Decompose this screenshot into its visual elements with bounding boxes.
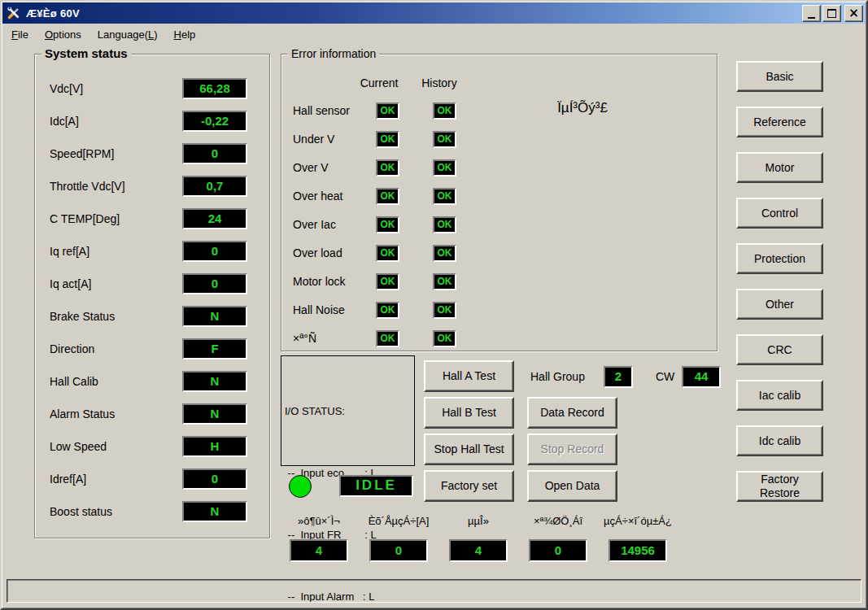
nav-button[interactable]: Reference bbox=[736, 107, 823, 137]
hall-group-label: Hall Group bbox=[530, 370, 585, 383]
hall-test-button[interactable]: Hall A Test bbox=[424, 360, 514, 392]
error-label: Over V bbox=[293, 161, 329, 174]
open-data-button[interactable]: Open Data bbox=[527, 470, 617, 502]
system-status-label: C TEMP[Deg] bbox=[50, 212, 182, 225]
system-status-row: Iq act[A] 0 bbox=[50, 273, 247, 294]
system-status-value-display: 0 bbox=[182, 468, 247, 490]
error-current-value: OK bbox=[376, 188, 399, 205]
system-status-row: Vdc[V] 66,28 bbox=[50, 78, 247, 99]
error-current-value: OK bbox=[376, 330, 399, 347]
system-status-value-display: 0,7 bbox=[182, 176, 247, 197]
system-status-value-display: N bbox=[182, 306, 247, 327]
hall-test-button[interactable]: Stop Hall Test bbox=[424, 434, 514, 465]
nav-button[interactable]: Idc calib bbox=[736, 425, 823, 456]
meter: Èõ´ÅµçÁ÷[A] 0 bbox=[359, 515, 438, 562]
error-row: Over V OK OK bbox=[293, 159, 480, 176]
stop-record-button: Stop Record bbox=[527, 434, 617, 465]
error-row: Hall Noise OK OK bbox=[293, 302, 480, 319]
error-current-value: OK bbox=[376, 273, 399, 290]
error-row: Over load OK OK bbox=[293, 245, 480, 262]
nav-buttons: Basic Reference Motor Control Protection… bbox=[736, 61, 823, 516]
error-history-value: OK bbox=[433, 245, 456, 262]
menu-item-text: elp bbox=[181, 28, 195, 41]
error-row: Over heat OK OK bbox=[293, 188, 480, 205]
system-status-label: Direction bbox=[50, 342, 182, 355]
meter: µµÎ» 4 bbox=[438, 515, 518, 562]
error-current-value: OK bbox=[376, 102, 399, 120]
error-information-groupbox: Error information Current History ÏµÍ³Õý… bbox=[281, 54, 718, 351]
system-status-value-display: N bbox=[182, 371, 247, 392]
system-status-label: Hall Calib bbox=[50, 375, 182, 388]
system-status-groupbox: System status Vdc[V] 66,28 Idc[A] -0,22 … bbox=[34, 54, 270, 538]
error-current-value: OK bbox=[376, 302, 399, 319]
menu-item[interactable]: File bbox=[7, 26, 36, 43]
error-information-title: Error information bbox=[288, 47, 379, 60]
error-row: ×ª°Ñ OK OK bbox=[293, 330, 480, 347]
error-label: Motor lock bbox=[293, 275, 346, 288]
cw-value-display: 44 bbox=[682, 366, 721, 388]
error-history-value: OK bbox=[433, 216, 456, 233]
nav-button[interactable]: Control bbox=[736, 198, 823, 229]
minimize-button[interactable] bbox=[802, 5, 821, 22]
nav-button[interactable]: Motor bbox=[736, 152, 823, 183]
system-status-row: Idc[A] -0,22 bbox=[50, 111, 247, 132]
maximize-button[interactable] bbox=[822, 5, 841, 22]
menu-item[interactable]: Language(L) bbox=[94, 26, 165, 43]
minimize-icon bbox=[808, 17, 815, 19]
error-label: Over heat bbox=[293, 190, 342, 203]
status-bar bbox=[7, 579, 861, 603]
hall-group-value-display: 2 bbox=[604, 366, 633, 388]
system-status-title: System status bbox=[41, 47, 131, 60]
error-history-value: OK bbox=[433, 330, 456, 347]
window-title: Æ¥Èø 60V bbox=[26, 7, 800, 20]
system-status-label: Idref[A] bbox=[50, 473, 182, 486]
error-history-value: OK bbox=[433, 188, 456, 205]
system-status-value-display: 0 bbox=[182, 143, 247, 164]
error-current-column-header: Current bbox=[350, 76, 408, 89]
error-current-value: OK bbox=[376, 216, 399, 233]
system-status-row: Speed[RPM] 0 bbox=[50, 143, 247, 164]
system-status-value-display: H bbox=[182, 436, 247, 457]
error-label: Over Iac bbox=[293, 218, 336, 231]
menu-item-text: ile bbox=[18, 28, 28, 41]
meter-value-display: 4 bbox=[290, 539, 348, 562]
system-status-label: Iq ref[A] bbox=[50, 245, 182, 258]
meter: ×ª¾ØÖ¸Áî 0 bbox=[518, 515, 598, 562]
error-row: Hall sensor OK OK bbox=[293, 102, 480, 120]
error-label: Hall Noise bbox=[293, 303, 345, 316]
menu-item[interactable]: Options bbox=[41, 26, 89, 43]
title-bar: Æ¥Èø 60V × bbox=[2, 2, 866, 24]
nav-button[interactable]: CRC bbox=[736, 334, 823, 365]
system-status-rows: Vdc[V] 66,28 Idc[A] -0,22 Speed[RPM] 0 T… bbox=[50, 78, 247, 534]
error-current-value: OK bbox=[376, 245, 399, 262]
menu-item-text: Language( bbox=[98, 28, 148, 41]
nav-button[interactable]: Basic bbox=[736, 61, 823, 92]
system-status-label: Vdc[V] bbox=[50, 82, 182, 95]
system-status-row: C TEMP[Deg] 24 bbox=[50, 208, 247, 229]
tools-icon[interactable] bbox=[7, 6, 21, 20]
data-record-button[interactable]: Data Record bbox=[527, 397, 617, 429]
error-history-value: OK bbox=[433, 131, 456, 148]
menu-item-accelerator: H bbox=[174, 28, 181, 41]
meter-label: Èõ´ÅµçÁ÷[A] bbox=[359, 515, 438, 527]
close-button[interactable]: × bbox=[844, 5, 863, 22]
nav-button[interactable]: Other bbox=[736, 289, 823, 320]
system-status-label: Idc[A] bbox=[50, 115, 182, 128]
error-current-value: OK bbox=[376, 159, 399, 176]
menu-item[interactable]: Help bbox=[170, 26, 203, 43]
error-label: Over load bbox=[293, 246, 342, 259]
nav-button[interactable]: Protection bbox=[736, 243, 823, 274]
menu-bar: File Options Language(L) Help bbox=[2, 24, 866, 45]
nav-button[interactable]: Iac calib bbox=[736, 380, 823, 411]
hall-test-button[interactable]: Factory set bbox=[424, 470, 514, 502]
meter: »ô¶û×´Ì¬ 4 bbox=[279, 515, 359, 562]
nav-button[interactable]: Factory Restore bbox=[736, 471, 823, 502]
system-status-row: Low Speed H bbox=[50, 436, 247, 457]
system-status-value-display: -0,22 bbox=[182, 111, 247, 132]
hall-test-button[interactable]: Hall B Test bbox=[424, 397, 514, 429]
maximize-icon bbox=[827, 9, 836, 18]
close-icon: × bbox=[848, 7, 859, 20]
system-status-row: Iq ref[A] 0 bbox=[50, 241, 247, 262]
system-status-row: Direction F bbox=[50, 338, 247, 359]
io-status-box: I/O STATUS: -- Input eco : L -- Input FR… bbox=[281, 355, 415, 466]
